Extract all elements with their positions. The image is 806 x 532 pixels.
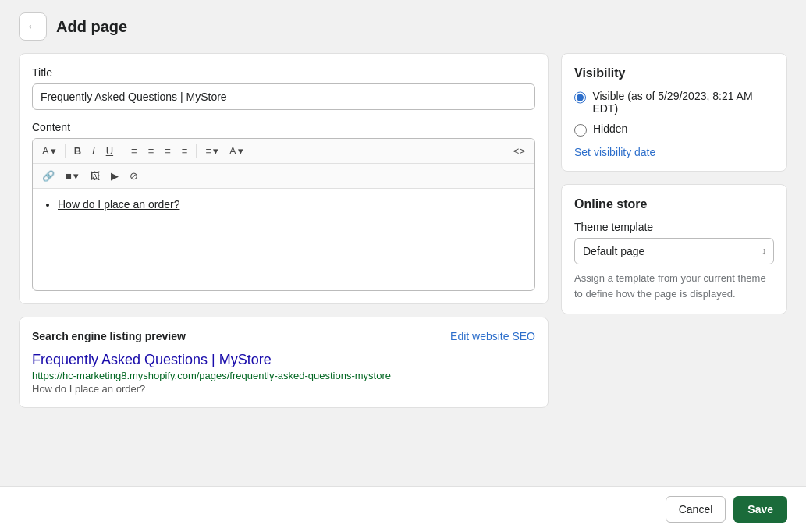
save-button[interactable]: Save — [733, 496, 787, 523]
page-footer: Cancel Save — [0, 486, 806, 532]
outdent-button[interactable]: ≡ — [177, 142, 193, 160]
toolbar-separator-1 — [65, 144, 66, 158]
html-source-button[interactable]: <> — [509, 142, 530, 160]
right-column: Visibility Visible (as of 5/29/2023, 8:2… — [561, 53, 787, 314]
text-color-button[interactable]: A ▾ — [225, 142, 248, 160]
editor-body[interactable]: How do I place an order? — [33, 189, 534, 290]
visible-radio[interactable] — [574, 91, 586, 104]
table-dropdown-icon: ▾ — [73, 170, 79, 182]
ordered-list-icon: ≡ — [148, 145, 154, 157]
page-title: Add page — [56, 18, 127, 36]
underline-button[interactable]: U — [101, 142, 118, 160]
align-button[interactable]: ≡ ▾ — [201, 142, 223, 160]
theme-template-wrapper: Default page Custom ↕ — [574, 238, 774, 264]
text-color-icon: A — [229, 145, 236, 157]
editor-list-item: How do I place an order? — [58, 198, 524, 211]
seo-preview-label: Search engine listing preview — [32, 330, 186, 342]
align-icon: ≡ — [205, 145, 211, 157]
toolbar-row-2: 🔗 ■ ▾ 🖼 ▶ ⊘ — [33, 164, 534, 189]
font-style-icon: A — [42, 145, 49, 157]
strikethrough-icon: ⊘ — [130, 170, 138, 182]
italic-icon: I — [92, 145, 95, 157]
title-input[interactable] — [32, 83, 535, 110]
back-icon: ← — [27, 20, 39, 34]
online-store-title: Online store — [574, 197, 774, 211]
table-button[interactable]: ■ ▾ — [61, 167, 83, 185]
toolbar-separator-2 — [122, 144, 122, 158]
image-button[interactable]: 🖼 — [85, 167, 105, 185]
rich-text-editor: A ▾ B I U ≡ — [32, 138, 535, 291]
page-content-card: Title Content A ▾ B I — [19, 53, 549, 304]
visible-label: Visible (as of 5/29/2023, 8:21 AM EDT) — [592, 90, 774, 115]
text-color-dropdown-icon: ▾ — [238, 145, 243, 157]
content-label: Content — [32, 121, 535, 133]
ordered-list-button[interactable]: ≡ — [144, 142, 159, 160]
visible-option[interactable]: Visible (as of 5/29/2023, 8:21 AM EDT) — [574, 90, 774, 115]
hidden-radio[interactable] — [574, 124, 587, 137]
theme-template-label: Theme template — [574, 221, 774, 233]
link-icon: 🔗 — [42, 170, 55, 182]
unordered-list-icon: ≡ — [131, 145, 137, 157]
underline-icon: U — [106, 145, 113, 157]
table-icon: ■ — [66, 170, 72, 182]
bold-button[interactable]: B — [69, 142, 86, 160]
seo-header: Search engine listing preview Edit websi… — [32, 330, 535, 342]
back-button[interactable]: ← — [19, 12, 47, 41]
edit-seo-link[interactable]: Edit website SEO — [450, 330, 535, 342]
left-column: Title Content A ▾ B I — [19, 53, 549, 408]
cancel-button[interactable]: Cancel — [666, 496, 726, 523]
seo-preview-url: https://hc-marketing8.myshopify.com/page… — [32, 370, 535, 381]
seo-preview-description: How do I place an order? — [32, 383, 535, 395]
title-label: Title — [32, 66, 535, 79]
visibility-card: Visibility Visible (as of 5/29/2023, 8:2… — [561, 53, 787, 172]
hidden-option[interactable]: Hidden — [574, 122, 774, 137]
font-style-dropdown-icon: ▾ — [51, 145, 56, 157]
indent-icon: ≡ — [165, 145, 171, 157]
font-style-button[interactable]: A ▾ — [37, 142, 61, 160]
set-visibility-date-link[interactable]: Set visibility date — [574, 146, 655, 158]
theme-template-select[interactable]: Default page Custom — [574, 238, 774, 264]
outdent-icon: ≡ — [182, 145, 188, 157]
seo-preview-title: Frequently Asked Questions | MyStore — [32, 352, 535, 368]
toolbar-row-1: A ▾ B I U ≡ — [33, 139, 534, 164]
online-store-card: Online store Theme template Default page… — [561, 184, 787, 314]
align-dropdown-icon: ▾ — [213, 145, 218, 157]
bold-icon: B — [74, 145, 81, 157]
video-icon: ▶ — [111, 170, 119, 182]
image-icon: 🖼 — [90, 170, 100, 182]
italic-button[interactable]: I — [87, 142, 100, 160]
template-description: Assign a template from your current them… — [574, 271, 774, 301]
strikethrough-button[interactable]: ⊘ — [125, 167, 143, 185]
link-button[interactable]: 🔗 — [37, 167, 59, 185]
unordered-list-button[interactable]: ≡ — [126, 142, 142, 160]
toolbar-separator-3 — [196, 144, 197, 158]
visibility-title: Visibility — [574, 66, 774, 80]
seo-preview-card: Search engine listing preview Edit websi… — [19, 317, 549, 408]
video-button[interactable]: ▶ — [106, 167, 123, 185]
indent-button[interactable]: ≡ — [160, 142, 176, 160]
html-source-icon: <> — [513, 145, 525, 157]
visibility-options: Visible (as of 5/29/2023, 8:21 AM EDT) H… — [574, 90, 774, 137]
hidden-label: Hidden — [593, 122, 627, 135]
